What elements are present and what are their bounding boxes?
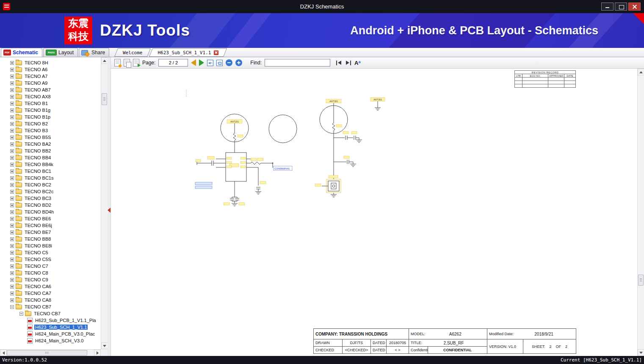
expand-toggle-icon[interactable]	[10, 244, 14, 248]
zoom-out-icon[interactable]	[226, 59, 232, 66]
expand-toggle-icon[interactable]	[10, 115, 14, 119]
tree-folder-item[interactable]: TECNO BE7	[0, 229, 101, 236]
tree-folder-item[interactable]: TECNO B2	[0, 120, 101, 127]
tree-folder-item[interactable]: TECNO B1g	[0, 107, 101, 114]
tree-folder-item[interactable]: TECNO CA8	[0, 297, 101, 303]
tree-folder-item[interactable]: TECNO BC3	[0, 195, 101, 202]
tree-folder-item[interactable]: TECNO C8	[0, 270, 101, 276]
find-next-icon[interactable]	[345, 60, 351, 66]
expand-toggle-icon[interactable]	[10, 210, 14, 214]
tree-folder-item[interactable]: TECNO AB7	[0, 86, 101, 93]
scroll-down-button[interactable]	[638, 349, 644, 356]
expand-toggle-icon[interactable]	[10, 122, 14, 126]
expand-toggle-icon[interactable]	[10, 163, 14, 167]
tree-folder-item[interactable]: TECNO AX8	[0, 93, 101, 100]
tree-file-item[interactable]: H623_Sub_SCH_1_V1.1	[0, 324, 101, 331]
expand-toggle-icon[interactable]	[10, 95, 14, 99]
expand-toggle-icon[interactable]	[10, 102, 14, 106]
page-export-icon[interactable]	[133, 59, 139, 67]
expand-toggle-icon[interactable]	[10, 81, 14, 85]
expand-toggle-icon[interactable]	[10, 251, 14, 255]
tree-subfolder-item[interactable]: TECNO CB7	[0, 310, 101, 317]
tree-file-item[interactable]: H623_Sub_PCB_1_V1.1_Pla	[0, 317, 101, 324]
expand-toggle-icon[interactable]	[10, 88, 14, 92]
tree-folder-item[interactable]: TECNO BD2	[0, 202, 101, 208]
collapse-toggle-icon[interactable]	[19, 312, 23, 316]
tree-folder-item[interactable]: TECNO BC2	[0, 181, 101, 188]
tab-share[interactable]: Share	[79, 48, 109, 57]
tree-folder-item[interactable]: TECNO C5S	[0, 256, 101, 263]
expand-toggle-icon[interactable]	[10, 169, 14, 173]
close-tab-icon[interactable]	[214, 50, 218, 55]
scroll-up-button[interactable]	[101, 57, 108, 64]
match-case-icon[interactable]: A a	[354, 60, 360, 66]
maximize-button[interactable]	[615, 3, 627, 11]
expand-toggle-icon[interactable]	[10, 176, 14, 180]
expand-toggle-icon[interactable]	[10, 190, 14, 194]
expand-toggle-icon[interactable]	[10, 149, 14, 153]
pdf-page-view[interactable]: ANT201	[111, 69, 644, 356]
tree-folder-item[interactable]: TECNO A6	[0, 66, 101, 73]
tree-folder-item[interactable]: TECNO C9	[0, 276, 101, 283]
tree-folder-item[interactable]: TECNO BB4	[0, 154, 101, 161]
expand-toggle-icon[interactable]	[10, 68, 14, 72]
next-page-icon[interactable]	[199, 59, 204, 66]
expand-toggle-icon[interactable]	[10, 183, 14, 187]
expand-toggle-icon[interactable]	[10, 278, 14, 282]
expand-toggle-icon[interactable]	[10, 224, 14, 228]
tree-folder-item[interactable]: TECNO C5	[0, 249, 101, 256]
tab-schematic[interactable]: PDF Schematic	[1, 48, 42, 57]
tree-folder-item[interactable]: TECNO BE8i	[0, 242, 101, 249]
expand-toggle-icon[interactable]	[10, 108, 14, 112]
tree-folder-item[interactable]: TECNO BB2	[0, 147, 101, 154]
tree-file-item[interactable]: H624_Main_SCH_V3.0	[0, 337, 101, 344]
collapse-toggle-icon[interactable]	[10, 305, 14, 309]
expand-toggle-icon[interactable]	[10, 197, 14, 200]
expand-toggle-icon[interactable]	[10, 298, 14, 302]
tree-folder-item[interactable]: TECNO B5S	[0, 134, 101, 141]
tab-layout[interactable]: PADS Layout	[43, 48, 78, 57]
page-number-input[interactable]	[158, 59, 188, 67]
document-scroll-thumb[interactable]	[638, 275, 644, 286]
tree-file-item[interactable]: H624_Main_PCB_V3.0_Plac	[0, 331, 101, 337]
find-input[interactable]	[265, 59, 330, 67]
minimize-button[interactable]	[601, 3, 614, 11]
scroll-right-button[interactable]	[94, 350, 101, 356]
sidebar-vertical-scrollbar[interactable]	[101, 57, 108, 349]
tree-folder-item[interactable]: TECNO BB8	[0, 236, 101, 242]
tree-folder-item[interactable]: TECNO BB4k	[0, 161, 101, 168]
doc-tab-current[interactable]: H623_Sub_SCH_1_V1.1	[151, 48, 225, 57]
collapse-sidebar-icon[interactable]	[108, 208, 111, 213]
tree-folder-item-expanded[interactable]: TECNO CB7	[0, 303, 101, 310]
sidebar-hscroll-thumb[interactable]	[7, 350, 87, 356]
scroll-down-button[interactable]	[101, 342, 108, 349]
tree-folder-item[interactable]: TECNO CA7	[0, 290, 101, 297]
expand-toggle-icon[interactable]	[10, 271, 14, 275]
tree-folder-item[interactable]: TECNO BE6	[0, 215, 101, 222]
tree-folder-item[interactable]: TECNO BA2	[0, 141, 101, 147]
expand-toggle-icon[interactable]	[10, 292, 14, 295]
tree-folder-item[interactable]: TECNO B3	[0, 127, 101, 134]
expand-toggle-icon[interactable]	[10, 136, 14, 139]
expand-toggle-icon[interactable]	[10, 156, 14, 160]
sidebar-splitter[interactable]	[108, 57, 111, 356]
tree-folder-item[interactable]: TECNO A7	[0, 73, 101, 80]
find-previous-icon[interactable]	[336, 60, 342, 66]
tree-folder-item[interactable]: TECNO CA6	[0, 283, 101, 290]
expand-toggle-icon[interactable]	[10, 61, 14, 65]
pages-duplicate-icon[interactable]	[124, 59, 130, 67]
expand-toggle-icon[interactable]	[10, 217, 14, 221]
expand-toggle-icon[interactable]	[10, 285, 14, 289]
tree-folder-item[interactable]: TECNO BC2c	[0, 188, 101, 195]
tree-folder-item[interactable]: TECNO C7	[0, 263, 101, 270]
tree-folder-item[interactable]: TECNO BE6j	[0, 222, 101, 229]
expand-toggle-icon[interactable]	[10, 75, 14, 78]
fit-page-icon[interactable]	[216, 60, 223, 66]
tree-folder-item[interactable]: TECNO B1	[0, 100, 101, 107]
expand-toggle-icon[interactable]	[10, 237, 14, 241]
sidebar-scroll-thumb[interactable]	[102, 93, 107, 105]
page-copy-icon[interactable]	[114, 59, 121, 67]
tree-folder-item[interactable]: TECNO BD4h	[0, 208, 101, 215]
expand-toggle-icon[interactable]	[10, 264, 14, 268]
close-button[interactable]	[628, 3, 641, 11]
